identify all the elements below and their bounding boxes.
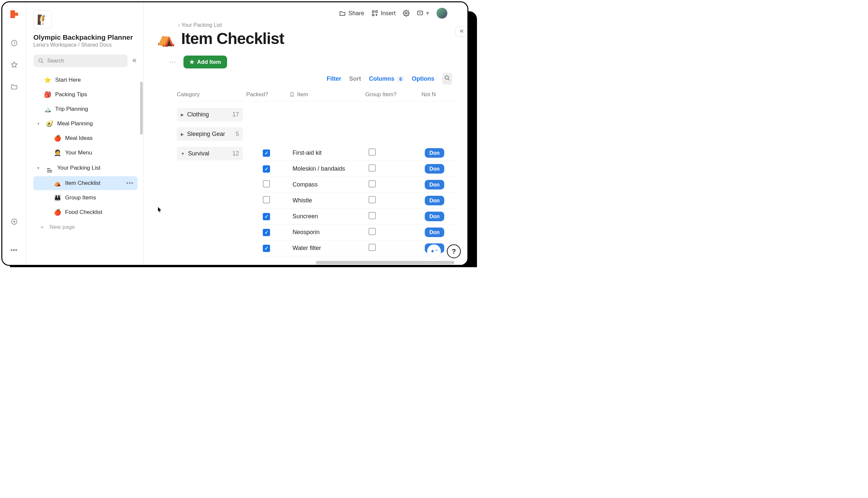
- nav-item-checklist[interactable]: ⛺ Item Checklist •••: [34, 176, 137, 190]
- expand-panel-button[interactable]: [455, 26, 467, 37]
- add-icon[interactable]: [11, 218, 18, 225]
- table-search-button[interactable]: [442, 73, 452, 85]
- add-item-label: Add Item: [197, 59, 221, 65]
- table-more-icon[interactable]: ⋮: [169, 59, 177, 65]
- more-icon[interactable]: •••: [11, 246, 18, 254]
- search-placeholder: Search: [47, 58, 64, 64]
- collapse-sidebar-icon[interactable]: [132, 57, 137, 65]
- filter-button[interactable]: Filter: [326, 75, 341, 82]
- collapse-icon[interactable]: ▼: [181, 152, 185, 156]
- nav-packing-tips[interactable]: 🎒 Packing Tips: [34, 88, 137, 102]
- table-row[interactable]: NeosporinDon: [263, 224, 457, 240]
- add-item-button[interactable]: ★ Add Item: [184, 55, 227, 68]
- sidebar: 🧗 Olympic Backpacking Planner Lena's Wor…: [26, 2, 144, 265]
- group-checkbox[interactable]: [369, 196, 376, 204]
- page-breadcrumb[interactable]: ‹ Your Packing List: [157, 22, 457, 28]
- more-icon[interactable]: •••: [126, 180, 134, 187]
- breadcrumb[interactable]: Lena's Workspace / Shared Docs: [34, 42, 137, 48]
- nav-start-here[interactable]: ⭐ Start Here: [34, 73, 137, 87]
- nav-meal-ideas[interactable]: 🍎 Meal Ideas: [34, 131, 137, 145]
- item-name: Compass: [293, 181, 369, 188]
- options-button[interactable]: Options: [412, 75, 434, 82]
- star-icon[interactable]: [11, 61, 18, 68]
- group-checkbox[interactable]: [369, 244, 376, 251]
- columns-label: Columns: [369, 75, 394, 82]
- nav-packing-list[interactable]: ▾ Your Packing List: [34, 160, 137, 175]
- table-row[interactable]: CompassDon: [263, 177, 457, 193]
- table-toolbar: Filter Sort Columns 6 Options: [157, 73, 457, 85]
- share-button[interactable]: Share: [339, 10, 364, 17]
- done-button[interactable]: Don: [425, 180, 444, 189]
- list-icon: [46, 164, 53, 172]
- done-button[interactable]: Don: [425, 196, 444, 205]
- group-sleeping-gear[interactable]: ▶ Sleeping Gear 5: [177, 127, 243, 141]
- col-item-label: Item: [297, 91, 308, 98]
- group-label: Clothing: [187, 111, 209, 118]
- col-packed[interactable]: Packed?: [246, 91, 289, 98]
- nav-trip-planning[interactable]: 🏔️ Trip Planning: [34, 102, 137, 116]
- col-group-item[interactable]: Group Item?: [365, 91, 422, 98]
- nav-label: Trip Planning: [55, 106, 88, 113]
- table-row[interactable]: SuncreenDon: [263, 209, 457, 224]
- sidebar-scrollbar[interactable]: [140, 82, 143, 134]
- comment-icon: [417, 10, 424, 16]
- group-checkbox[interactable]: [369, 164, 376, 172]
- columns-button[interactable]: Columns 6: [369, 75, 404, 82]
- group-checkbox[interactable]: [369, 148, 376, 156]
- item-name: Whistle: [293, 197, 369, 204]
- group-clothing[interactable]: ▶ Clothing 17: [177, 108, 243, 121]
- nav-meal-planning[interactable]: ▾ 🥑 Meal Planning: [34, 117, 137, 131]
- folder-share-icon: [339, 10, 346, 16]
- col-item[interactable]: Item: [289, 91, 365, 98]
- group-label: Sleeping Gear: [187, 131, 225, 137]
- nav-group-items[interactable]: 👪 Group Items: [34, 191, 137, 205]
- sort-button[interactable]: Sort: [349, 75, 361, 82]
- mountain-icon: 🏔️: [44, 105, 51, 113]
- chevron-down-icon[interactable]: ▾: [37, 121, 42, 126]
- nav-food-checklist[interactable]: 🍎 Food Checklist: [34, 205, 137, 219]
- table-row[interactable]: Moleskin / bandaidsDon: [263, 161, 457, 177]
- table-row[interactable]: WhistleDon: [263, 193, 457, 209]
- expand-icon[interactable]: ▶: [181, 113, 184, 117]
- page-emoji[interactable]: ⛺: [157, 30, 175, 47]
- group-checkbox[interactable]: [369, 180, 376, 187]
- nav-label: Group Items: [65, 194, 96, 201]
- avatar[interactable]: [436, 8, 448, 19]
- packed-checkbox[interactable]: [263, 180, 270, 187]
- done-button[interactable]: Don: [425, 227, 444, 237]
- packed-checkbox[interactable]: [263, 245, 270, 252]
- expand-icon[interactable]: ▶: [181, 132, 184, 136]
- done-button[interactable]: Don: [425, 212, 444, 221]
- col-not-needed[interactable]: Not N: [422, 91, 441, 98]
- settings-button[interactable]: [403, 10, 410, 16]
- done-button[interactable]: Don: [425, 148, 444, 158]
- nav-label: Start Here: [55, 77, 81, 83]
- app-logo[interactable]: [10, 10, 19, 19]
- col-category[interactable]: Category: [177, 91, 246, 98]
- packed-checkbox[interactable]: [263, 196, 270, 204]
- packed-checkbox[interactable]: [263, 149, 270, 157]
- chevron-down-icon[interactable]: ▾: [37, 166, 42, 170]
- horizontal-scrollbar[interactable]: [316, 261, 454, 264]
- help-button[interactable]: ?: [447, 244, 461, 258]
- packed-checkbox[interactable]: [263, 165, 270, 173]
- topbar: Share Insert ▾: [144, 2, 467, 22]
- insert-button[interactable]: Insert: [372, 10, 396, 17]
- clock-icon[interactable]: [11, 39, 18, 47]
- group-survival[interactable]: ▼ Survival 12: [177, 147, 243, 160]
- comments-button[interactable]: ▾: [417, 10, 429, 17]
- group-checkbox[interactable]: [369, 212, 376, 219]
- ai-assist-button[interactable]: ✦⁺: [427, 244, 441, 258]
- search-input[interactable]: Search: [34, 55, 128, 67]
- nav-label: Food Checklist: [65, 209, 102, 215]
- nav-your-menu[interactable]: 🤵 Your Menu: [34, 146, 137, 160]
- done-button[interactable]: Don: [425, 164, 444, 174]
- table-row[interactable]: First-aid kitDon: [263, 145, 457, 161]
- folder-icon[interactable]: [11, 83, 18, 90]
- group-count: 5: [236, 131, 239, 137]
- group-checkbox[interactable]: [369, 228, 376, 235]
- packed-checkbox[interactable]: [263, 213, 270, 220]
- new-page-button[interactable]: ＋ New page: [34, 220, 137, 234]
- doc-emoji[interactable]: 🧗: [34, 10, 52, 29]
- packed-checkbox[interactable]: [263, 229, 270, 236]
